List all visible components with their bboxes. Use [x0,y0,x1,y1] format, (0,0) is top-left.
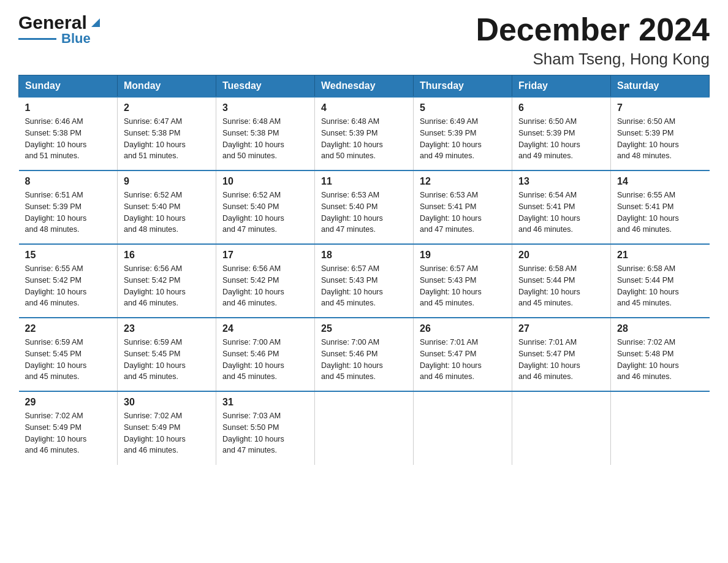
day-number: 5 [420,102,506,113]
page-header: General Blue December 2024 Sham Tseng, H… [18,12,710,69]
day-number: 3 [222,102,308,113]
calendar-cell: 16 Sunrise: 6:56 AM Sunset: 5:42 PM Dayl… [118,244,216,318]
day-info: Sunrise: 6:48 AM Sunset: 5:38 PM Dayligh… [222,116,308,162]
logo-blue-text: Blue [61,31,91,47]
day-info: Sunrise: 6:52 AM Sunset: 5:40 PM Dayligh… [124,190,210,236]
day-number: 17 [222,250,308,261]
calendar-cell: 29 Sunrise: 7:02 AM Sunset: 5:49 PM Dayl… [19,391,118,465]
day-number: 15 [25,250,112,261]
calendar-cell: 10 Sunrise: 6:52 AM Sunset: 5:40 PM Dayl… [216,170,315,244]
day-number: 18 [321,250,407,261]
day-number: 11 [321,176,407,187]
calendar-cell: 28 Sunrise: 7:02 AM Sunset: 5:48 PM Dayl… [611,318,710,391]
calendar-cell: 18 Sunrise: 6:57 AM Sunset: 5:43 PM Dayl… [315,244,414,318]
day-number: 26 [420,323,506,334]
day-number: 13 [518,176,604,187]
calendar-cell: 27 Sunrise: 7:01 AM Sunset: 5:47 PM Dayl… [512,318,611,391]
day-info: Sunrise: 7:03 AM Sunset: 5:50 PM Dayligh… [222,410,308,456]
day-info: Sunrise: 6:57 AM Sunset: 5:43 PM Dayligh… [321,263,407,309]
calendar-cell [315,391,414,465]
calendar-cell: 9 Sunrise: 6:52 AM Sunset: 5:40 PM Dayli… [118,170,216,244]
calendar-cell: 2 Sunrise: 6:47 AM Sunset: 5:38 PM Dayli… [118,97,216,170]
calendar-cell: 19 Sunrise: 6:57 AM Sunset: 5:43 PM Dayl… [414,244,512,318]
calendar-cell: 1 Sunrise: 6:46 AM Sunset: 5:38 PM Dayli… [19,97,118,170]
calendar-cell [414,391,512,465]
day-number: 16 [124,250,210,261]
calendar-week-row: 1 Sunrise: 6:46 AM Sunset: 5:38 PM Dayli… [19,97,710,170]
day-info: Sunrise: 6:56 AM Sunset: 5:42 PM Dayligh… [124,263,210,309]
day-info: Sunrise: 6:46 AM Sunset: 5:38 PM Dayligh… [25,116,112,162]
day-info: Sunrise: 6:55 AM Sunset: 5:42 PM Dayligh… [25,263,112,309]
day-info: Sunrise: 6:58 AM Sunset: 5:44 PM Dayligh… [518,263,604,309]
day-number: 7 [617,102,703,113]
calendar-cell: 20 Sunrise: 6:58 AM Sunset: 5:44 PM Dayl… [512,244,611,318]
day-number: 29 [25,397,112,408]
calendar-header-row: SundayMondayTuesdayWednesdayThursdayFrid… [19,75,710,98]
day-number: 2 [124,102,210,113]
col-header-thursday: Thursday [414,75,512,98]
day-info: Sunrise: 6:59 AM Sunset: 5:45 PM Dayligh… [124,337,210,383]
day-info: Sunrise: 7:02 AM Sunset: 5:49 PM Dayligh… [124,410,210,456]
calendar-cell: 24 Sunrise: 7:00 AM Sunset: 5:46 PM Dayl… [216,318,315,391]
calendar-week-row: 15 Sunrise: 6:55 AM Sunset: 5:42 PM Dayl… [19,244,710,318]
day-number: 30 [124,397,210,408]
col-header-saturday: Saturday [611,75,710,98]
calendar-cell: 31 Sunrise: 7:03 AM Sunset: 5:50 PM Dayl… [216,391,315,465]
calendar-table: SundayMondayTuesdayWednesdayThursdayFrid… [18,75,710,465]
day-number: 9 [124,176,210,187]
day-info: Sunrise: 7:01 AM Sunset: 5:47 PM Dayligh… [420,337,506,383]
day-info: Sunrise: 6:49 AM Sunset: 5:39 PM Dayligh… [420,116,506,162]
calendar-cell: 8 Sunrise: 6:51 AM Sunset: 5:39 PM Dayli… [19,170,118,244]
day-info: Sunrise: 6:50 AM Sunset: 5:39 PM Dayligh… [617,116,703,162]
logo-general-text: General [18,12,87,33]
calendar-cell: 4 Sunrise: 6:48 AM Sunset: 5:39 PM Dayli… [315,97,414,170]
day-info: Sunrise: 6:48 AM Sunset: 5:39 PM Dayligh… [321,116,407,162]
calendar-cell: 11 Sunrise: 6:53 AM Sunset: 5:40 PM Dayl… [315,170,414,244]
calendar-cell: 3 Sunrise: 6:48 AM Sunset: 5:38 PM Dayli… [216,97,315,170]
day-info: Sunrise: 6:56 AM Sunset: 5:42 PM Dayligh… [222,263,308,309]
title-block: December 2024 Sham Tseng, Hong Kong [476,12,710,69]
day-info: Sunrise: 6:53 AM Sunset: 5:41 PM Dayligh… [420,190,506,236]
day-number: 28 [617,323,703,334]
col-header-friday: Friday [512,75,611,98]
day-info: Sunrise: 7:02 AM Sunset: 5:49 PM Dayligh… [25,410,112,456]
calendar-cell: 17 Sunrise: 6:56 AM Sunset: 5:42 PM Dayl… [216,244,315,318]
day-number: 19 [420,250,506,261]
calendar-week-row: 22 Sunrise: 6:59 AM Sunset: 5:45 PM Dayl… [19,318,710,391]
day-number: 24 [222,323,308,334]
day-number: 10 [222,176,308,187]
calendar-cell: 13 Sunrise: 6:54 AM Sunset: 5:41 PM Dayl… [512,170,611,244]
day-info: Sunrise: 6:50 AM Sunset: 5:39 PM Dayligh… [518,116,604,162]
calendar-cell: 22 Sunrise: 6:59 AM Sunset: 5:45 PM Dayl… [19,318,118,391]
day-number: 4 [321,102,407,113]
calendar-cell [611,391,710,465]
day-info: Sunrise: 6:52 AM Sunset: 5:40 PM Dayligh… [222,190,308,236]
day-info: Sunrise: 7:02 AM Sunset: 5:48 PM Dayligh… [617,337,703,383]
day-info: Sunrise: 7:00 AM Sunset: 5:46 PM Dayligh… [222,337,308,383]
day-number: 31 [222,397,308,408]
calendar-cell: 12 Sunrise: 6:53 AM Sunset: 5:41 PM Dayl… [414,170,512,244]
calendar-cell: 23 Sunrise: 6:59 AM Sunset: 5:45 PM Dayl… [118,318,216,391]
calendar-week-row: 8 Sunrise: 6:51 AM Sunset: 5:39 PM Dayli… [19,170,710,244]
calendar-cell: 26 Sunrise: 7:01 AM Sunset: 5:47 PM Dayl… [414,318,512,391]
day-number: 8 [25,176,112,187]
calendar-cell: 15 Sunrise: 6:55 AM Sunset: 5:42 PM Dayl… [19,244,118,318]
col-header-sunday: Sunday [19,75,118,98]
day-info: Sunrise: 6:47 AM Sunset: 5:38 PM Dayligh… [124,116,210,162]
day-info: Sunrise: 6:57 AM Sunset: 5:43 PM Dayligh… [420,263,506,309]
day-number: 21 [617,250,703,261]
calendar-week-row: 29 Sunrise: 7:02 AM Sunset: 5:49 PM Dayl… [19,391,710,465]
day-info: Sunrise: 6:55 AM Sunset: 5:41 PM Dayligh… [617,190,703,236]
calendar-cell: 7 Sunrise: 6:50 AM Sunset: 5:39 PM Dayli… [611,97,710,170]
calendar-cell: 30 Sunrise: 7:02 AM Sunset: 5:49 PM Dayl… [118,391,216,465]
day-info: Sunrise: 7:01 AM Sunset: 5:47 PM Dayligh… [518,337,604,383]
day-number: 23 [124,323,210,334]
day-info: Sunrise: 6:59 AM Sunset: 5:45 PM Dayligh… [25,337,112,383]
day-number: 20 [518,250,604,261]
calendar-cell: 25 Sunrise: 7:00 AM Sunset: 5:46 PM Dayl… [315,318,414,391]
col-header-monday: Monday [118,75,216,98]
day-number: 25 [321,323,407,334]
day-number: 22 [25,323,112,334]
logo-triangle-icon [89,15,102,28]
day-info: Sunrise: 6:54 AM Sunset: 5:41 PM Dayligh… [518,190,604,236]
